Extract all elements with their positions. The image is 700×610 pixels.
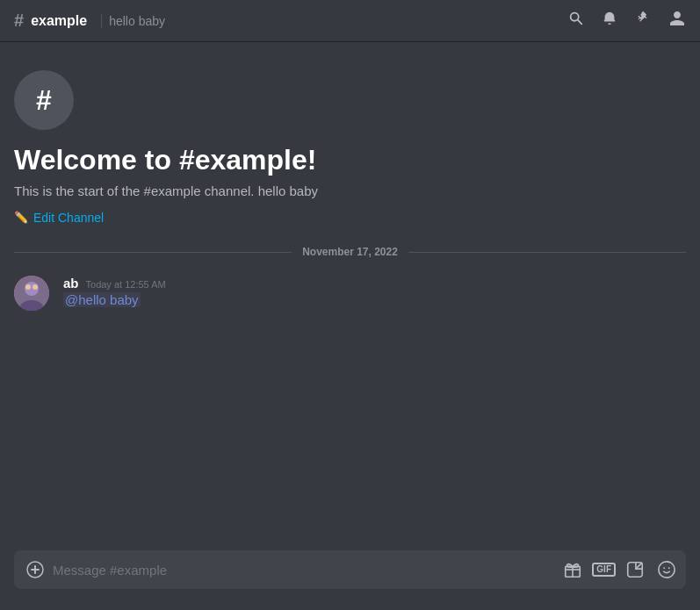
edit-pencil-icon: ✏️ bbox=[14, 211, 28, 224]
header-hash-icon: # bbox=[14, 11, 24, 31]
welcome-description: This is the start of the #example channe… bbox=[14, 183, 686, 198]
chat-area: # Welcome to #example! This is the start… bbox=[0, 42, 700, 550]
avatar-image bbox=[14, 276, 49, 311]
edit-channel-link[interactable]: ✏️ Edit Channel bbox=[14, 211, 104, 225]
edit-channel-label: Edit Channel bbox=[33, 211, 104, 225]
svg-point-4 bbox=[32, 284, 38, 290]
header-channel-topic: hello baby bbox=[101, 14, 165, 28]
pin-icon[interactable] bbox=[635, 11, 651, 31]
avatar bbox=[14, 276, 49, 311]
table-row: ab Today at 12:55 AM @hello baby bbox=[14, 272, 686, 314]
message-input-box: GIF bbox=[14, 550, 686, 589]
mention-tag: @hello baby bbox=[63, 292, 141, 307]
add-attachment-button[interactable] bbox=[21, 556, 49, 584]
date-divider-line-right bbox=[408, 252, 686, 253]
channel-circle-hash: # bbox=[36, 84, 52, 117]
message-header: ab Today at 12:55 AM bbox=[63, 276, 686, 291]
hash-search-icon[interactable] bbox=[568, 11, 584, 31]
emoji-icon[interactable] bbox=[654, 557, 679, 582]
members-icon[interactable] bbox=[668, 10, 686, 32]
gif-button[interactable]: GIF bbox=[592, 563, 616, 577]
date-divider-text: November 17, 2022 bbox=[292, 246, 408, 258]
notification-bell-icon[interactable] bbox=[602, 11, 617, 31]
input-area: GIF bbox=[0, 550, 700, 610]
header-channel-name: example bbox=[31, 13, 87, 29]
svg-point-3 bbox=[25, 284, 31, 290]
header-actions bbox=[568, 10, 686, 32]
welcome-title: Welcome to #example! bbox=[14, 144, 686, 176]
svg-point-10 bbox=[668, 567, 670, 569]
svg-point-8 bbox=[659, 562, 675, 578]
message-timestamp: Today at 12:55 AM bbox=[86, 279, 166, 290]
message-text: @hello baby bbox=[63, 292, 686, 307]
input-actions: GIF bbox=[560, 557, 679, 582]
channel-icon-circle: # bbox=[14, 70, 74, 130]
welcome-section: # Welcome to #example! This is the start… bbox=[0, 56, 700, 232]
channel-header: # example hello baby bbox=[0, 0, 700, 42]
message-content: ab Today at 12:55 AM @hello baby bbox=[63, 276, 686, 311]
sticker-icon[interactable] bbox=[623, 557, 647, 582]
date-divider: November 17, 2022 bbox=[0, 239, 700, 265]
date-divider-line-left bbox=[14, 252, 292, 253]
message-input[interactable] bbox=[53, 563, 557, 578]
message-author: ab bbox=[63, 276, 79, 291]
gift-icon[interactable] bbox=[560, 557, 585, 582]
svg-point-9 bbox=[663, 567, 665, 569]
messages-list: ab Today at 12:55 AM @hello baby bbox=[0, 272, 700, 318]
